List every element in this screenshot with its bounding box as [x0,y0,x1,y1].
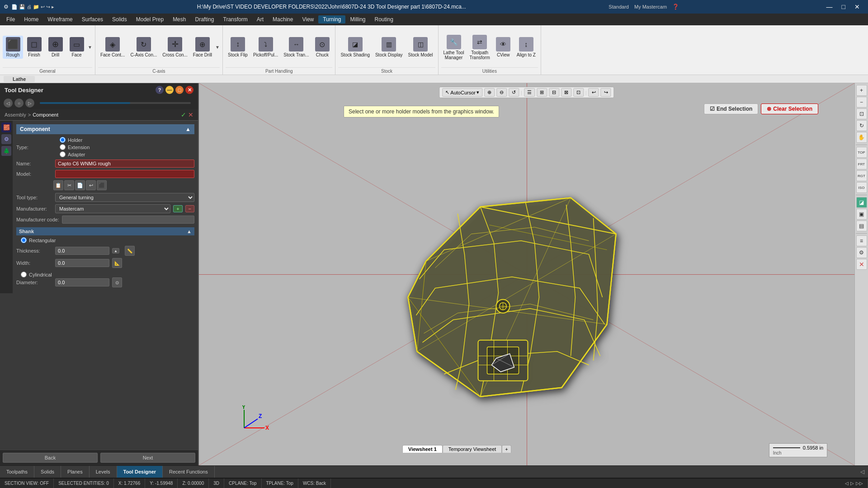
breadcrumb-close-icon[interactable]: ✕ [188,111,193,118]
tab-tool-designer[interactable]: Tool Designer [117,466,163,478]
shank-rectangular-radio[interactable]: Rectangular [21,237,194,243]
status-nav-play[interactable]: ▷ [849,481,856,486]
manufacturer-del-btn[interactable]: − [185,205,194,212]
vp-btn-7[interactable]: ⊠ [561,88,571,97]
tab-recent-functions[interactable]: Recent Functions [163,466,215,478]
vp-btn-6[interactable]: ⊟ [549,88,559,97]
menu-art[interactable]: Art [252,15,268,23]
status-section-view[interactable]: SECTION VIEW: OFF [0,479,54,488]
rt-btn-view-iso[interactable]: ISO [856,182,867,193]
width-measure-btn[interactable]: 📐 [112,258,122,268]
rt-btn-zoom-in[interactable]: + [856,85,867,96]
nav-back-btn[interactable]: ◁ [4,99,13,108]
breadcrumb-component[interactable]: Component [33,112,58,117]
close-panel-btn[interactable]: ✕ [185,86,193,94]
model-input[interactable] [55,170,194,178]
manufacturer-add-btn[interactable]: + [173,205,182,212]
menu-home[interactable]: Home [19,15,43,23]
ribbon-expand-caxis[interactable]: ▼ [215,32,220,63]
tab-solids[interactable]: Solids [34,466,61,478]
ribbon-expand-general[interactable]: ▼ [88,32,92,63]
menu-turning[interactable]: Turning [318,15,345,23]
model-btn-paste[interactable]: 📄 [75,180,85,190]
menu-mesh[interactable]: Mesh [168,15,190,23]
panel-icon-component[interactable]: 🧱 [1,122,11,132]
rt-btn-zoom-out[interactable]: − [856,97,867,108]
menu-solids[interactable]: Solids [108,15,132,23]
menu-file[interactable]: File [2,15,19,23]
menu-view[interactable]: View [297,15,318,23]
rt-btn-fit[interactable]: ⊡ [856,108,867,119]
close-btn[interactable]: ✕ [850,2,864,11]
breadcrumb-assembly[interactable]: Assembly [5,112,26,117]
panel-icon-settings[interactable]: ⚙ [1,134,11,144]
vp-btn-3[interactable]: ↺ [509,88,519,97]
ribbon-btn-stock-tran[interactable]: ↔ Stock Tran... [281,36,311,59]
viewsheet-tab-1[interactable]: Viewsheet 1 [402,445,443,453]
rt-btn-properties[interactable]: ⚙ [856,247,867,258]
thickness-up-btn[interactable]: ▲ [112,248,119,253]
autocursor-dropdown-icon[interactable]: ▾ [476,89,479,95]
ribbon-btn-caxis-cont[interactable]: ↻ C-Axis Con... [128,36,159,59]
autocursor-btn[interactable]: ↖ AutoCursor ▾ [442,88,482,97]
rt-btn-view-top[interactable]: TOP [856,147,867,158]
vp-btn-undo[interactable]: ↩ [589,88,599,97]
vp-btn-2[interactable]: ⊖ [496,88,507,97]
vp-btn-1[interactable]: ⊕ [484,88,495,97]
menu-wireframe[interactable]: Wireframe [43,15,77,23]
menu-machine[interactable]: Machine [268,15,297,23]
vp-btn-8[interactable]: ⊡ [573,88,584,97]
model-btn-delete[interactable]: ⬛ [97,180,107,190]
rt-btn-layers[interactable]: ≡ [856,235,867,246]
clear-selection-btn[interactable]: ⊗ Clear Selection [761,103,818,114]
vp-btn-redo[interactable]: ↪ [601,88,611,97]
tab-toolpaths[interactable]: Toolpaths [0,466,34,478]
ribbon-btn-stock-shading[interactable]: ◪ Stock Shading [338,36,372,59]
ribbon-btn-rough[interactable]: ⬛ Rough [3,36,23,59]
tabs-collapse-btn[interactable]: ◁ [860,469,864,475]
type-extension-input[interactable] [60,144,66,150]
help-icon[interactable]: ❓ [672,4,679,10]
manufacturer-select[interactable]: Mastercam [55,204,170,213]
rt-btn-view-right[interactable]: RGT [856,170,867,181]
nav-fwd-btn[interactable]: ▷ [25,99,34,108]
menu-drafting[interactable]: Drafting [190,15,218,23]
shank-rectangular-input[interactable] [21,237,27,243]
nav-center-btn[interactable]: ○ [14,99,24,108]
thickness-measure-btn[interactable]: 📏 [125,246,135,256]
status-cplane[interactable]: CPLANE: Top [224,479,262,488]
menu-surfaces[interactable]: Surfaces [77,15,108,23]
ribbon-btn-stock-model[interactable]: ◫ Stock Model [406,36,435,59]
status-nav-prev[interactable]: ◁ [845,481,849,486]
manufacturer-code-input[interactable] [62,216,194,224]
ribbon-btn-align-to-z[interactable]: ↨ Align to Z [514,36,538,59]
menu-transform[interactable]: Transform [219,15,252,23]
ribbon-btn-stock-flip[interactable]: ↕ Stock Flip [226,36,250,59]
ribbon-btn-face-drill[interactable]: ⊕ Face Drill [191,36,214,59]
status-tplane[interactable]: TPLANE: Top [262,479,298,488]
ribbon-btn-lathe-tool-manager[interactable]: 🔧 Lathe ToolManager [441,33,467,61]
tool-type-select[interactable]: General turning [55,193,194,202]
rt-btn-hidden[interactable]: ▤ [856,221,867,231]
rt-btn-view-front[interactable]: FRT [856,159,867,169]
thickness-input[interactable] [55,247,109,255]
ribbon-btn-chuck[interactable]: ⊙ Chuck [312,36,332,59]
tab-levels[interactable]: Levels [90,466,117,478]
help-btn[interactable]: ? [156,86,164,94]
type-holder-radio[interactable]: Holder [60,137,90,143]
model-btn-copy[interactable]: 📋 [53,180,63,190]
component-section-header[interactable]: Component ▲ [16,124,194,134]
ribbon-btn-cross-con[interactable]: ✛ Cross Con... [160,36,190,59]
status-selected-entities[interactable]: SELECTED ENTITIES: 0 [54,479,114,488]
back-btn[interactable]: Back [3,453,98,463]
float-panel-btn[interactable]: □ [175,86,184,94]
rt-btn-wireframe[interactable]: ▣ [856,209,867,220]
rt-btn-shading[interactable]: ◪ [856,197,867,208]
diameter-input[interactable] [55,278,109,286]
rt-btn-pan[interactable]: ✋ [856,132,867,143]
shank-cylindrical-radio[interactable]: Cylindrical [21,272,194,277]
ribbon-btn-toolpath-transform[interactable]: ⇄ ToolpathTransform [467,33,492,61]
name-input[interactable] [55,160,194,168]
viewsheet-tab-temp[interactable]: Temporary Viewsheet [443,445,502,453]
ribbon-btn-face-cont[interactable]: ◈ Face Cont... [98,36,127,59]
